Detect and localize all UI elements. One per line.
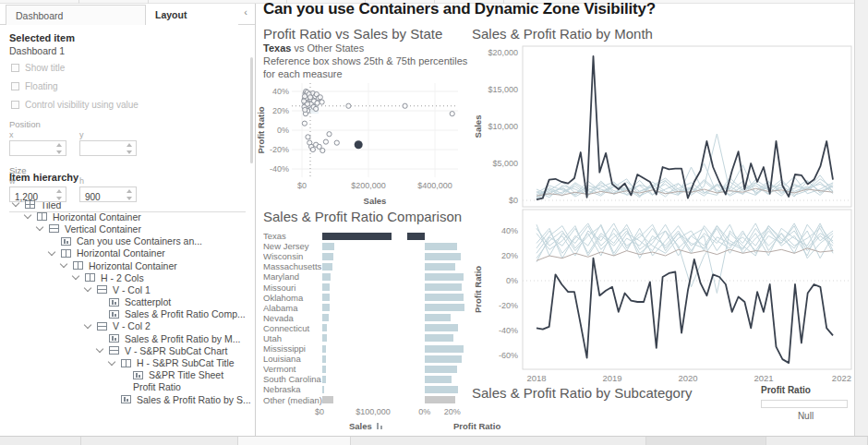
sales-bar[interactable]	[322, 243, 334, 250]
comparison-row[interactable]: New Jersey	[263, 241, 464, 251]
hierarchy-item[interactable]: H - 2 Cols	[9, 271, 255, 283]
comparison-row[interactable]: Oklahoma	[263, 293, 464, 303]
profit-ratio-by-month-chart[interactable]: 40%20%0%-20%-40%-60%20182019202020212022…	[470, 208, 854, 385]
chevron-down-icon[interactable]	[48, 248, 55, 256]
hierarchy-item[interactable]: Sales & Profit Ratio Comp...	[9, 308, 255, 320]
sales-bar[interactable]	[322, 263, 332, 271]
comparison-row[interactable]: Texas	[263, 231, 464, 241]
sales-bar[interactable]	[322, 253, 333, 260]
profit-ratio-bar[interactable]	[425, 273, 463, 281]
comparison-row[interactable]: Utah	[263, 333, 464, 343]
hierarchy-item[interactable]: Sales & Profit Ratio by S...	[9, 393, 255, 405]
step-down-icon[interactable]	[56, 150, 62, 154]
sales-bar[interactable]	[322, 355, 326, 363]
profit-ratio-bar[interactable]	[425, 386, 458, 393]
profit-ratio-bar[interactable]	[425, 253, 461, 260]
chevron-down-icon[interactable]	[84, 321, 91, 329]
comparison-row[interactable]: Missouri	[263, 282, 464, 292]
hierarchy-item[interactable]: Vertical Container	[9, 222, 255, 235]
step-up-icon[interactable]	[56, 189, 62, 193]
collapse-panel-icon[interactable]: ‹	[240, 6, 251, 18]
step-down-icon[interactable]	[127, 150, 132, 154]
hierarchy-item[interactable]: V - S&PR SubCat Chart	[9, 344, 255, 356]
size-h-input[interactable]	[80, 190, 121, 204]
hierarchy-item[interactable]: Can you use Containers an...	[9, 235, 255, 247]
comparison-row[interactable]: Wisconsin	[263, 251, 464, 261]
comparison-chart[interactable]: TexasNew JerseyWisconsinMassachusettsMar…	[263, 231, 464, 405]
chevron-down-icon[interactable]	[24, 211, 31, 219]
sales-bar[interactable]	[322, 386, 324, 393]
comparison-row[interactable]: Maryland	[263, 271, 464, 282]
profit-ratio-bar[interactable]	[425, 366, 456, 373]
checkbox-control-visibility[interactable]: Control visibility using value	[11, 100, 246, 110]
sales-by-month-chart[interactable]: $20,000$15,000$10,000$5,000$0Sales	[470, 42, 854, 208]
position-x-input[interactable]	[10, 144, 51, 158]
comparison-row[interactable]: Nebraska	[263, 384, 464, 394]
profit-ratio-bar[interactable]	[425, 355, 462, 363]
checkbox-floating[interactable]: Floating	[11, 81, 246, 91]
hierarchy-item[interactable]: Horizontal Container	[9, 259, 255, 271]
profit-ratio-bar[interactable]	[425, 243, 456, 250]
step-up-icon[interactable]	[127, 189, 132, 193]
profit-ratio-bar[interactable]	[425, 376, 452, 383]
chevron-down-icon[interactable]	[108, 357, 115, 365]
position-y-stepper[interactable]	[79, 140, 137, 156]
comparison-row[interactable]: South Carolina	[263, 374, 464, 384]
hierarchy-item[interactable]: Horizontal Container	[9, 247, 255, 259]
sales-bar[interactable]	[322, 396, 333, 403]
sort-descending-icon[interactable]	[376, 422, 384, 429]
chevron-down-icon[interactable]	[60, 260, 67, 268]
comparison-row[interactable]: Massachusetts	[263, 261, 464, 271]
sales-bar[interactable]	[322, 273, 331, 281]
sales-bar[interactable]	[322, 283, 330, 291]
sales-bar[interactable]	[322, 334, 327, 342]
comparison-row[interactable]: Nevada	[263, 313, 464, 323]
hierarchy-item[interactable]: V - Col 2	[9, 320, 255, 332]
sales-bar[interactable]	[322, 304, 330, 311]
sales-bar[interactable]	[322, 376, 326, 383]
chevron-down-icon[interactable]	[36, 223, 43, 231]
profit-ratio-bar[interactable]	[425, 334, 452, 342]
hierarchy-item[interactable]: Profit Ratio	[9, 381, 255, 393]
comparison-row[interactable]: Other (median)	[263, 395, 464, 405]
chevron-down-icon[interactable]	[72, 272, 79, 280]
tab-dashboard[interactable]: Dashboard	[6, 5, 146, 25]
size-w-stepper[interactable]	[9, 186, 66, 202]
comparison-row[interactable]: Mississippi	[263, 343, 464, 354]
step-down-icon[interactable]	[56, 197, 62, 200]
tab-layout[interactable]: Layout	[146, 5, 238, 25]
scatterplot-chart[interactable]: 40%20%0%-20%-40%$0$200,000$400,000Profit…	[257, 81, 467, 212]
step-down-icon[interactable]	[127, 197, 132, 200]
size-h-stepper[interactable]	[79, 186, 137, 202]
sales-bar[interactable]	[322, 314, 329, 321]
checkbox-icon[interactable]	[11, 64, 19, 72]
comparison-row[interactable]: Connecticut	[263, 323, 464, 333]
hierarchy-item[interactable]: V - Col 1	[9, 283, 255, 295]
profit-ratio-bar[interactable]	[425, 396, 455, 403]
profit-ratio-bar[interactable]	[425, 263, 455, 271]
hierarchy-item[interactable]: S&PR Title Sheet	[9, 369, 255, 381]
legend-color-ramp[interactable]	[761, 400, 848, 408]
comparison-row[interactable]: Vermont	[263, 364, 464, 374]
hierarchy-item[interactable]: H - S&PR SubCat Title	[9, 356, 255, 368]
sales-bar[interactable]	[322, 366, 326, 373]
profit-ratio-bar[interactable]	[425, 304, 464, 311]
profit-ratio-bar[interactable]	[425, 314, 451, 321]
checkbox-icon[interactable]	[11, 101, 19, 109]
comparison-row[interactable]: Alabama	[263, 303, 464, 313]
step-up-icon[interactable]	[56, 143, 62, 147]
profit-ratio-bar[interactable]	[425, 324, 458, 331]
sales-bar[interactable]	[322, 294, 330, 301]
hierarchy-item[interactable]: Scatterplot	[9, 296, 255, 308]
chevron-down-icon[interactable]	[84, 284, 91, 292]
sales-bar[interactable]	[322, 233, 392, 240]
checkbox-icon[interactable]	[11, 82, 19, 90]
comparison-row[interactable]: Louisiana	[263, 354, 464, 364]
sales-bar[interactable]	[322, 324, 327, 331]
sheet-tab-strip[interactable]	[0, 436, 868, 445]
profit-ratio-bar[interactable]	[425, 294, 463, 301]
step-up-icon[interactable]	[127, 143, 132, 147]
profit-ratio-bar[interactable]	[425, 283, 462, 291]
sales-bar[interactable]	[322, 345, 326, 353]
profit-ratio-bar[interactable]	[425, 345, 463, 353]
